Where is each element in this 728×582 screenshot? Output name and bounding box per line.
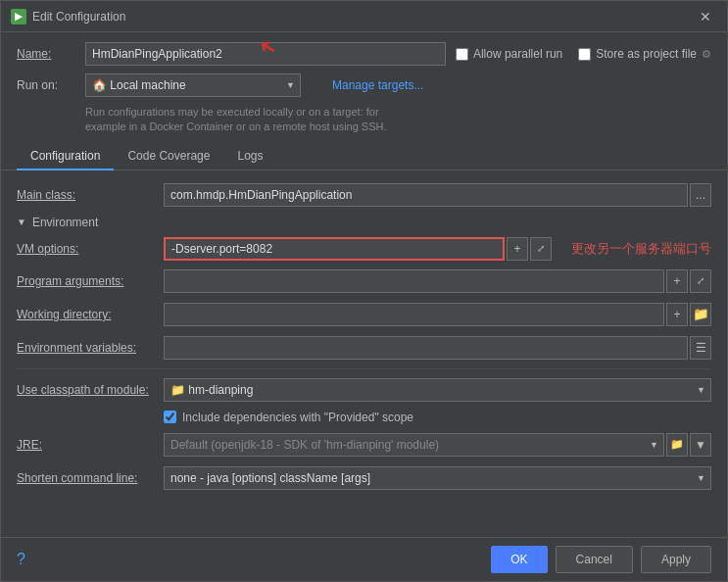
- jre-input-group: Default (openjdk-18 - SDK of 'hm-dianpin…: [164, 433, 711, 457]
- header-options: Allow parallel run Store as project file…: [456, 47, 711, 61]
- program-args-label: Program arguments:: [17, 274, 164, 288]
- include-deps-checkbox[interactable]: [164, 411, 176, 423]
- help-button[interactable]: ?: [17, 551, 25, 568]
- include-deps-row: Include dependencies with "Provided" sco…: [17, 411, 711, 424]
- allow-parallel-checkbox[interactable]: [456, 48, 468, 61]
- shorten-cmd-row: Shorten command line: none - java [optio…: [17, 465, 711, 491]
- name-input[interactable]: [85, 42, 446, 66]
- jre-select[interactable]: Default (openjdk-18 - SDK of 'hm-dianpin…: [164, 433, 664, 457]
- vm-options-expand-btn[interactable]: ⤢: [530, 237, 552, 261]
- allow-parallel-group: Allow parallel run: [456, 47, 562, 61]
- title-bar-left: ▶ Edit Configuration: [11, 9, 125, 24]
- jre-dropdown-btn[interactable]: ▼: [690, 433, 711, 457]
- jre-row: JRE: Default (openjdk-18 - SDK of 'hm-di…: [17, 432, 711, 458]
- store-project-group: Store as project file ⚙: [578, 47, 711, 61]
- tab-logs[interactable]: Logs: [223, 143, 276, 170]
- name-label: Name:: [17, 47, 75, 61]
- close-button[interactable]: ✕: [694, 8, 717, 25]
- program-args-input-group: + ⤢: [164, 269, 711, 293]
- separator1: [17, 368, 711, 369]
- classpath-select-wrapper: 📁 hm-dianping: [164, 378, 711, 402]
- environment-section-header[interactable]: ▼ Environment: [17, 216, 711, 229]
- program-args-expand-btn[interactable]: ⤢: [690, 269, 711, 293]
- jre-select-wrapper: Default (openjdk-18 - SDK of 'hm-dianpin…: [164, 433, 664, 457]
- apply-button[interactable]: Apply: [641, 546, 711, 573]
- store-project-checkbox[interactable]: [578, 48, 591, 61]
- env-vars-input-group: ☰: [164, 336, 711, 360]
- tab-code-coverage[interactable]: Code Coverage: [114, 143, 223, 170]
- jre-label: JRE:: [17, 438, 164, 452]
- tabs-row: Configuration Code Coverage Logs: [1, 143, 727, 170]
- working-dir-row: Working directory: + 📁: [17, 302, 711, 327]
- vm-options-label: VM options:: [17, 242, 164, 256]
- working-dir-add-btn[interactable]: +: [666, 303, 688, 326]
- dialog-title: Edit Configuration: [32, 10, 125, 24]
- footer-buttons: OK Cancel Apply: [491, 546, 711, 573]
- vm-options-row: VM options: + ⤢ 更改另一个服务器端口号: [17, 237, 711, 261]
- section-collapse-arrow: ▼: [17, 217, 26, 227]
- vm-options-input-group: + ⤢: [164, 237, 552, 261]
- classpath-select[interactable]: 📁 hm-dianping: [164, 378, 711, 402]
- main-class-label: Main class:: [17, 188, 164, 202]
- shorten-cmd-select-wrapper: none - java [options] className [args]: [164, 466, 711, 490]
- shorten-cmd-select[interactable]: none - java [options] className [args]: [164, 466, 711, 490]
- store-project-label[interactable]: Store as project file: [596, 47, 697, 61]
- edit-configuration-dialog: ▶ Edit Configuration ✕ Name: ➜ Allow par…: [0, 0, 728, 582]
- include-deps-label[interactable]: Include dependencies with "Provided" sco…: [182, 411, 413, 424]
- run-label: Run on:: [17, 78, 75, 92]
- content-area: Main class: ... ▼ Environment VM options…: [1, 170, 727, 537]
- classpath-label: Use classpath of module:: [17, 383, 164, 397]
- env-vars-input[interactable]: [164, 336, 688, 360]
- run-on-row: Run on: 🏠 Local machine Manage targets..…: [17, 73, 711, 97]
- run-description: Run configurations may be executed local…: [85, 105, 711, 135]
- classpath-row: Use classpath of module: 📁 hm-dianping: [17, 377, 711, 403]
- app-icon: ▶: [11, 9, 26, 24]
- env-vars-label: Environment variables:: [17, 341, 164, 355]
- run-on-select[interactable]: 🏠 Local machine: [85, 73, 301, 97]
- jre-folder-btn[interactable]: 📁: [666, 433, 688, 457]
- allow-parallel-label[interactable]: Allow parallel run: [473, 47, 562, 61]
- tab-configuration[interactable]: Configuration: [17, 143, 114, 170]
- ok-button[interactable]: OK: [491, 546, 547, 573]
- environment-label: Environment: [32, 216, 98, 229]
- main-class-browse-btn[interactable]: ...: [690, 183, 711, 207]
- env-vars-row: Environment variables: ☰: [17, 335, 711, 361]
- program-args-row: Program arguments: + ⤢: [17, 268, 711, 294]
- working-dir-folder-btn[interactable]: 📁: [690, 303, 711, 326]
- manage-targets-link[interactable]: Manage targets...: [332, 78, 423, 92]
- env-vars-edit-btn[interactable]: ☰: [690, 336, 711, 360]
- working-dir-label: Working directory:: [17, 308, 164, 321]
- working-dir-input-group: + 📁: [164, 303, 711, 326]
- run-on-select-wrapper: 🏠 Local machine: [85, 73, 301, 97]
- title-bar: ▶ Edit Configuration ✕: [1, 1, 727, 32]
- vm-annotation: 更改另一个服务器端口号: [571, 240, 711, 258]
- store-project-icon: ⚙: [702, 48, 711, 61]
- vm-options-add-btn[interactable]: +: [507, 237, 528, 261]
- vm-options-input[interactable]: [164, 237, 505, 261]
- footer: ? OK Cancel Apply: [1, 537, 727, 581]
- program-args-add-btn[interactable]: +: [666, 269, 688, 293]
- main-class-input-group: ...: [164, 183, 711, 207]
- working-dir-input[interactable]: [164, 303, 664, 326]
- cancel-button[interactable]: Cancel: [556, 546, 633, 573]
- shorten-cmd-label: Shorten command line:: [17, 471, 164, 485]
- main-class-input[interactable]: [164, 183, 688, 207]
- main-class-row: Main class: ...: [17, 182, 711, 208]
- program-args-input[interactable]: [164, 269, 664, 293]
